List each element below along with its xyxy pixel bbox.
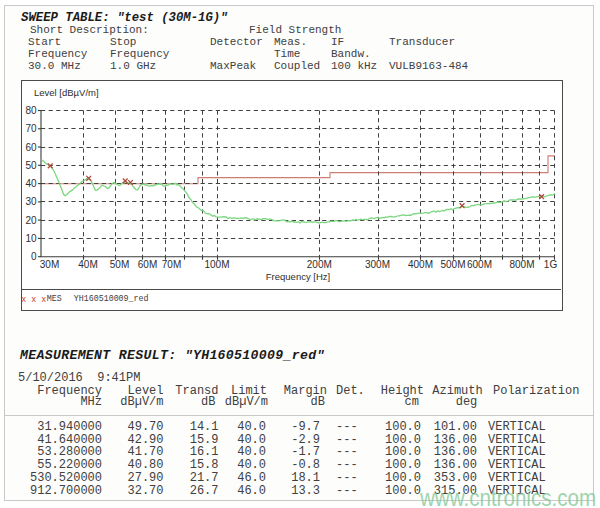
svg-text:50: 50	[25, 160, 37, 171]
svg-text:70: 70	[25, 123, 37, 134]
svg-text:400M: 400M	[408, 259, 433, 270]
svg-text:200M: 200M	[307, 259, 332, 270]
svg-text:300M: 300M	[365, 259, 390, 270]
svg-text:Level [dBµV/m]: Level [dBµV/m]	[34, 87, 99, 98]
svg-text:600M: 600M	[467, 259, 492, 270]
svg-text:Frequency [Hz]: Frequency [Hz]	[266, 271, 330, 282]
svg-text:20: 20	[25, 215, 37, 226]
svg-text:0: 0	[31, 251, 37, 262]
svg-text:50M: 50M	[110, 259, 129, 270]
svg-text:40: 40	[25, 178, 37, 189]
svg-text:100M: 100M	[204, 259, 229, 270]
svg-text:60M: 60M	[138, 259, 157, 270]
svg-text:500M: 500M	[440, 259, 465, 270]
svg-text:40M: 40M	[78, 259, 97, 270]
svg-text:60: 60	[25, 142, 37, 153]
svg-text:70M: 70M	[162, 259, 181, 270]
svg-text:30M: 30M	[40, 259, 59, 270]
svg-text:80: 80	[25, 105, 37, 116]
svg-text:1G: 1G	[544, 259, 558, 270]
svg-text:30: 30	[25, 196, 37, 207]
svg-text:10: 10	[25, 233, 37, 244]
svg-text:800M: 800M	[509, 259, 534, 270]
